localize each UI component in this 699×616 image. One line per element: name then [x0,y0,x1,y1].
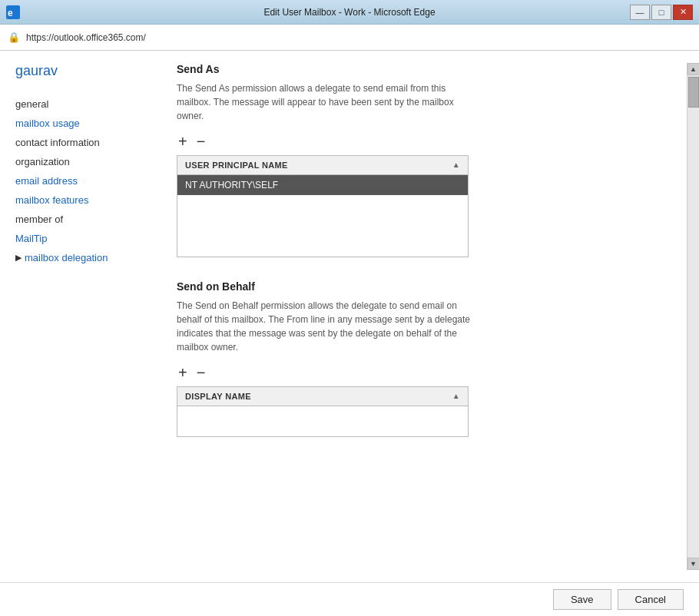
minimize-button[interactable]: — [630,5,650,20]
send-as-description: The Send As permission allows a delegate… [177,81,476,123]
sidebar-item-mailtip[interactable]: MailTip [15,229,146,248]
send-on-behalf-table: DISPLAY NAME ▲ [177,386,469,437]
table-row[interactable]: NT AUTHORITY\SELF [177,175,469,196]
address-bar: 🔒 [0,25,699,51]
maximize-button[interactable]: □ [651,5,671,20]
window-title: Edit User Mailbox - Work - Microsoft Edg… [263,7,435,18]
cancel-button[interactable]: Cancel [618,589,684,610]
svg-text:e: e [8,8,13,18]
table-cell: NT AUTHORITY\SELF [177,175,469,196]
send-as-column-header: USER PRINCIPAL NAME ▲ [177,156,469,175]
send-on-behalf-column-header: DISPLAY NAME ▲ [177,386,469,406]
sidebar-item-email-address[interactable]: email address [15,171,146,190]
sidebar-item-contact-information[interactable]: contact information [15,133,146,152]
sidebar-item-general[interactable]: general [15,94,146,114]
send-as-remove-button[interactable]: − [195,134,207,149]
url-input[interactable] [26,32,691,43]
sidebar-item-member-of[interactable]: member of [15,210,146,229]
save-button[interactable]: Save [553,589,611,610]
send-as-title: Send As [177,63,664,75]
send-on-behalf-controls: + − [177,365,664,380]
sort-arrow-icon[interactable]: ▲ [452,161,460,169]
send-on-behalf-description: The Send on Behalf permission allows the… [177,299,476,354]
browser-window: gaurav general mailbox usage contact inf… [0,51,699,616]
title-bar: e Edit User Mailbox - Work - Microsoft E… [0,0,699,25]
send-as-controls: + − [177,134,664,149]
scrollbar: ▲ ▼ [687,63,699,570]
main-content: Send As The Send As permission allows a … [161,63,687,570]
sidebar-item-mailbox-features[interactable]: mailbox features [15,190,146,210]
send-as-section: Send As The Send As permission allows a … [177,63,664,257]
footer: Save Cancel [0,582,699,616]
table-empty-row [177,195,469,257]
close-button[interactable]: ✕ [673,5,693,20]
sidebar-item-organization[interactable]: organization [15,152,146,171]
scrollbar-up-button[interactable]: ▲ [687,63,700,75]
user-name: gaurav [15,63,146,79]
active-arrow-icon: ▶ [15,253,22,263]
scrollbar-down-button[interactable]: ▼ [687,558,700,570]
sidebar: gaurav general mailbox usage contact inf… [0,63,161,570]
sidebar-item-mailbox-delegation[interactable]: ▶ mailbox delegation [15,248,146,267]
sort-arrow-icon-2[interactable]: ▲ [452,392,460,400]
sidebar-item-mailbox-usage[interactable]: mailbox usage [15,114,146,133]
send-as-add-button[interactable]: + [177,134,189,149]
page-content: gaurav general mailbox usage contact inf… [0,51,699,582]
send-on-behalf-section: Send on Behalf The Send on Behalf permis… [177,280,664,437]
window-controls: — □ ✕ [630,5,693,20]
send-on-behalf-add-button[interactable]: + [177,365,189,380]
send-as-table: USER PRINCIPAL NAME ▲ NT AUTHORITY\SELF [177,155,469,257]
send-on-behalf-remove-button[interactable]: − [195,365,207,380]
browser-icon: e [6,5,20,19]
send-on-behalf-title: Send on Behalf [177,280,664,293]
scrollbar-thumb[interactable] [688,77,699,108]
lock-icon: 🔒 [8,31,20,43]
table-empty-row-2 [177,406,469,436]
